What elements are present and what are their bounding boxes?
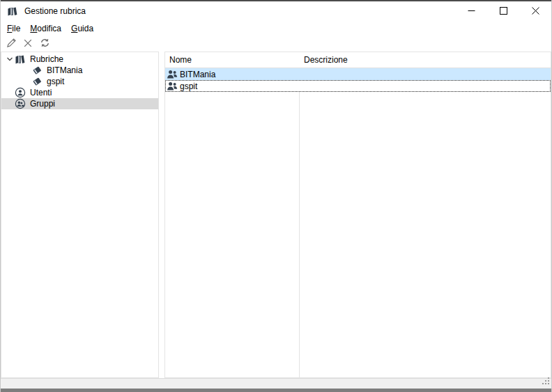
minimize-button[interactable] (455, 1, 487, 21)
book-icon (31, 76, 43, 87)
user-circle-icon (15, 87, 26, 98)
status-bar (1, 378, 551, 389)
tree-pane[interactable]: Rubriche BITMania (1, 52, 159, 378)
group-icon (167, 81, 178, 91)
refresh-icon (40, 38, 50, 50)
list-body[interactable]: BITMania gsp (165, 68, 551, 377)
book-icon (31, 65, 43, 76)
minimize-icon (468, 6, 475, 17)
chevron-down-icon[interactable] (5, 54, 15, 64)
tree-item-utenti[interactable]: Utenti (1, 87, 158, 98)
tree-item-label: Gruppi (30, 99, 55, 109)
tree-item-bitmania[interactable]: BITMania (1, 65, 158, 76)
twisty-spacer (5, 99, 15, 109)
tree-item-label: Rubriche (30, 54, 63, 64)
menu-guida[interactable]: Guida (66, 22, 98, 36)
list-row-bitmania[interactable]: BITMania (165, 68, 551, 80)
maximize-button[interactable] (487, 1, 519, 21)
menu-file[interactable]: File (2, 22, 25, 36)
list-header: Nome Descrizione (165, 52, 551, 68)
title-bar[interactable]: Gestione rubrica (1, 1, 551, 21)
close-button[interactable] (519, 1, 551, 21)
pencil-icon (6, 38, 17, 50)
group-circle-icon (15, 98, 26, 109)
menu-label-key: G (71, 24, 77, 33)
delete-button[interactable] (22, 38, 33, 49)
tree-item-gspit[interactable]: gspit (1, 76, 158, 87)
menu-label-post: odifica (37, 24, 61, 33)
group-icon (167, 70, 178, 79)
twisty-spacer (5, 88, 15, 97)
tree-item-gruppi[interactable]: Gruppi (1, 98, 158, 109)
list-cell-nome-text: gspit (180, 81, 197, 91)
list-cell-nome: BITMania (165, 70, 299, 79)
maximize-icon (500, 6, 507, 17)
resize-grip-icon[interactable] (542, 377, 550, 387)
edit-button[interactable] (6, 38, 17, 49)
tree-item-label: Utenti (30, 88, 52, 97)
main-content: Rubriche BITMania (1, 52, 551, 378)
twisty-spacer (22, 65, 31, 75)
menu-label-key: M (30, 24, 37, 33)
tree-item-rubriche[interactable]: Rubriche (1, 54, 158, 65)
close-icon (532, 6, 539, 17)
list-row-gspit[interactable]: gspit (165, 80, 551, 92)
window-controls (455, 1, 551, 21)
list-cell-nome: gspit (165, 81, 299, 91)
books-icon (15, 54, 26, 65)
pane-splitter[interactable] (159, 52, 164, 378)
tree-item-label: gspit (47, 77, 64, 86)
menu-bar: File Modifica Guida (1, 21, 551, 36)
list-pane[interactable]: Nome Descrizione BITM (164, 52, 551, 378)
menu-modifica[interactable]: Modifica (25, 22, 66, 36)
column-header-nome[interactable]: Nome (165, 55, 299, 65)
refresh-button[interactable] (39, 38, 50, 49)
window-title: Gestione rubrica (24, 6, 86, 16)
menu-label-post: uida (77, 24, 93, 33)
twisty-spacer (22, 77, 31, 86)
toolbar (1, 36, 551, 52)
app-window: Gestione rubrica File Modifica Guida (0, 0, 552, 392)
tree-item-label: BITMania (47, 65, 82, 75)
app-books-icon (7, 6, 18, 17)
list-cell-nome-text: BITMania (180, 70, 215, 79)
window-bottom-edge (1, 389, 551, 392)
menu-label-post: ile (12, 24, 20, 33)
column-header-descrizione[interactable]: Descrizione (299, 55, 348, 65)
delete-x-icon (23, 38, 33, 50)
